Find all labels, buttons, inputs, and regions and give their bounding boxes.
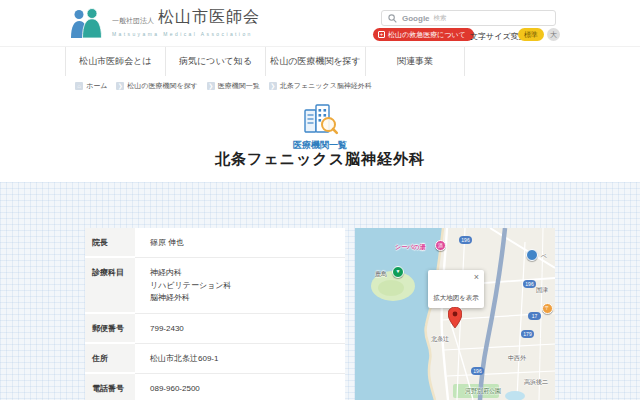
nav-item-about[interactable]: 松山市医師会とは [65,47,165,76]
row-label: 住所 [85,344,135,374]
view-larger-map-link[interactable]: 拡大地図を表示 [428,294,484,303]
breadcrumb-link-institution-list[interactable]: ❯ 医療機関一覧 [207,81,260,91]
nav-item-related[interactable]: 関連事業 [365,47,465,76]
row-value: 篠原 伸也 [135,228,345,258]
route-shield: 17 [528,312,541,320]
page: 一般社団法人 松山市医師会 Matsuyama Medical Associat… [0,0,640,400]
town-label-hojotsuji: 北条辻 [431,335,449,344]
lodging-label: ベ [541,252,547,261]
nav-item-find-institutions[interactable]: 松山の医療機関を探す [265,47,365,76]
town-label-takahama: 高浜後二 [524,378,548,387]
row-label: 院長 [85,228,135,258]
table-row-address: 住所 松山市北条辻609-1 [85,344,345,374]
logo-text: 一般社団法人 松山市医師会 Matsuyama Medical Associat… [112,7,260,37]
onsen-icon[interactable]: 温 [435,240,446,251]
breadcrumb-link-find-institutions[interactable]: ❯ 松山の医療機関を探す [116,81,198,91]
org-name-en: Matsuyama Medical Association [112,31,260,37]
font-size-large-button[interactable]: 大 [547,28,560,41]
row-value: 松山市北条辻609-1 [135,344,345,374]
table-row-postal-code: 郵便番号 799-2430 [85,314,345,344]
table-row-director: 院長 篠原 伸也 [85,228,345,258]
route-shield: 179 [521,330,534,338]
search-icon [388,14,397,23]
route-shield: 196 [459,236,472,244]
town-label-nakanishi: 中西外 [508,354,526,363]
route-shield: 196 [523,280,536,288]
hospital-search-icon [302,100,339,137]
table-row-phone: 電話番号 089-960-2500 [85,374,345,400]
breadcrumb-chevron-icon: ❯ [269,82,277,90]
route-shield: 196 [471,367,484,375]
map-pin-icon[interactable] [448,307,462,328]
site-header: 一般社団法人 松山市医師会 Matsuyama Medical Associat… [0,0,640,46]
row-label: 電話番号 [85,374,135,400]
home-icon: ⌂ [75,82,83,90]
map-info-window: × 拡大地図を表示 [428,270,484,308]
lodging-icon[interactable] [526,249,538,261]
main-nav: 松山市医師会とは 病気について知る 松山の医療機関を探す 関連事業 [0,46,640,75]
org-type: 一般社団法人 [112,16,154,26]
row-label: 診療科目 [85,258,135,313]
org-name: 松山市医師会 [158,7,260,28]
onsen-label: シーパの湯 [395,243,425,252]
breadcrumb: ⌂ ホーム ❯ 松山の医療機関を探す ❯ 医療機関一覧 ❯ 北条フェニックス脳神… [75,81,381,91]
page-title: 北条フェニックス脳神経外科 [0,150,640,169]
breadcrumb-link-home[interactable]: ⌂ ホーム [75,81,107,91]
park-label: 河野別府公園 [465,387,501,396]
breadcrumb-label: 松山の医療機関を探す [127,81,198,91]
row-value: 神経内科 リハビリテーション科 脳神経外科 [135,258,345,313]
emergency-care-button[interactable]: + 松山の救急医療について [373,28,474,41]
breadcrumb-chevron-icon: ❯ [207,82,215,90]
breadcrumb-chevron-icon: ❯ [116,82,124,90]
row-value: 799-2430 [135,314,345,344]
emergency-button-label: 松山の救急医療について [388,30,466,40]
emergency-icon: + [378,31,385,38]
institution-detail-table: 院長 篠原 伸也 診療科目 神経内科 リハビリテーション科 脳神経外科 郵便番号… [85,228,345,400]
search-keyword-label: 検索 [434,14,447,23]
island-label: 鹿島 [375,270,387,279]
nav-item-diseases[interactable]: 病気について知る [165,47,265,76]
park-marker-icon[interactable]: ▼ [392,266,404,278]
town-label-kunitsu: 国津 [536,286,548,295]
logo-icon [70,7,104,38]
breadcrumb-label: 北条フェニックス脳神経外科 [280,81,372,91]
search-brand-label: Google [402,14,430,23]
search-input[interactable]: Google 検索 [381,10,556,26]
close-icon[interactable]: × [474,273,479,282]
breadcrumb-label: 医療機関一覧 [218,81,260,91]
breadcrumb-label: ホーム [86,81,107,91]
font-size-standard-button[interactable]: 標準 [518,28,544,41]
breadcrumb-current-page: ❯ 北条フェニックス脳神経外科 [269,81,372,91]
table-row-departments: 診療科目 神経内科 リハビリテーション科 脳神経外科 [85,258,345,313]
content-section: 院長 篠原 伸也 診療科目 神経内科 リハビリテーション科 脳神経外科 郵便番号… [0,182,640,400]
row-value: 089-960-2500 [135,374,345,400]
poi-icon[interactable]: 〒 [542,303,553,314]
site-logo[interactable]: 一般社団法人 松山市医師会 Matsuyama Medical Associat… [70,7,260,38]
map-embed[interactable]: 196 196 17 179 196 シーパの湯 温 鹿島 ▼ ベ 国津 〒 北… [355,228,555,400]
row-label: 郵便番号 [85,314,135,344]
